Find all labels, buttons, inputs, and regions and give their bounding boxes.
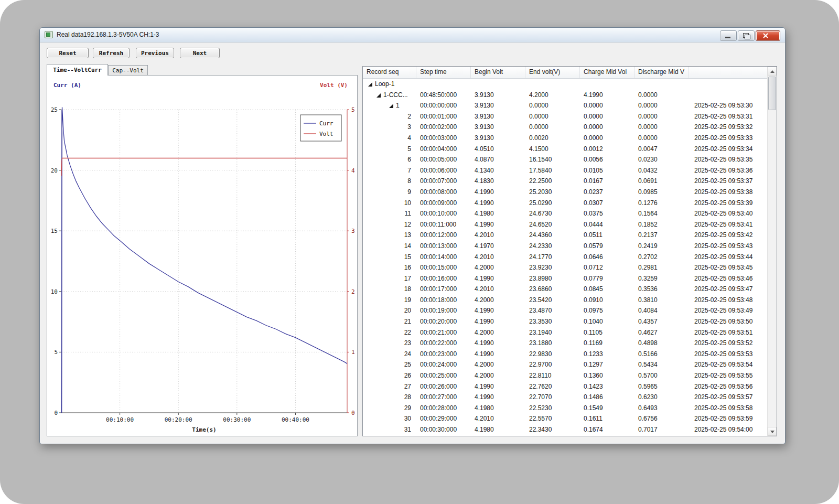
cell-end-volt: 23.1880 bbox=[525, 338, 580, 349]
table-row[interactable]: 2200:00:21:0004.200023.19400.11050.46272… bbox=[363, 327, 768, 338]
scroll-up-button[interactable] bbox=[768, 67, 777, 76]
tab-time-voltcurr[interactable]: Time--VoltCurr bbox=[47, 64, 108, 76]
cell-begin-volt: 4.2000 bbox=[471, 359, 525, 370]
cell-end-volt: 22.2500 bbox=[525, 176, 580, 187]
cell-record-seq: 26 bbox=[363, 370, 416, 381]
cell-record-seq: 27 bbox=[363, 381, 416, 392]
table-row[interactable]: 2400:00:23:0004.199022.98300.12330.51662… bbox=[363, 349, 768, 360]
column-header-record-seq[interactable]: Record seq bbox=[363, 67, 416, 78]
table-row[interactable]: 2300:00:22:0004.199023.18800.11690.48982… bbox=[363, 338, 768, 349]
close-button[interactable] bbox=[756, 30, 780, 41]
window-title: Real data192.168.1.3-5V50A CH:1-3 bbox=[57, 28, 159, 42]
table-row[interactable]: 600:00:05:0004.087016.15400.00560.023020… bbox=[363, 154, 768, 165]
table-row[interactable]: 1500:00:14:0004.201024.17700.06460.27022… bbox=[363, 252, 768, 263]
table-row[interactable]: 1700:00:16:0004.199023.89800.07790.32592… bbox=[363, 273, 768, 284]
column-header-begin-volt[interactable]: Begin Volt bbox=[471, 67, 525, 78]
cell-step-time: 00:00:12:000 bbox=[416, 230, 471, 241]
table-row[interactable]: 200:00:01:0003.91300.00000.00000.0000202… bbox=[363, 111, 768, 122]
table-row[interactable]: 300:00:02:0003.91300.00000.00000.0000202… bbox=[363, 122, 768, 133]
cell-record-seq: Loop-1 bbox=[363, 79, 416, 90]
cell-discharge-mid-vol: 0.0230 bbox=[634, 154, 689, 165]
table-row[interactable]: 2800:00:27:0004.199022.70700.14860.62302… bbox=[363, 392, 768, 403]
record-seq-label: 5 bbox=[407, 145, 411, 153]
cell-begin-volt: 4.2010 bbox=[471, 252, 525, 263]
previous-button[interactable]: Previous bbox=[136, 48, 174, 58]
cell-timestamp: 2025-02-25 09:53:49 bbox=[689, 305, 768, 316]
table-row[interactable]: 1600:00:15:0004.200023.92300.07120.29812… bbox=[363, 262, 768, 273]
table-row[interactable]: 1000:00:09:0004.199025.02900.03070.12762… bbox=[363, 198, 768, 209]
table-row[interactable]: 1900:00:18:0004.200023.54200.09100.38102… bbox=[363, 295, 768, 306]
table-row[interactable]: 2500:00:24:0004.200022.97000.12970.54342… bbox=[363, 359, 768, 370]
table-row[interactable]: 900:00:08:0004.199025.20300.02370.098520… bbox=[363, 187, 768, 198]
cell-record-seq: 15 bbox=[363, 252, 416, 263]
table-body: Loop-11-CCC...00:48:50:0003.91304.20004.… bbox=[363, 79, 768, 436]
restore-button[interactable] bbox=[738, 30, 755, 41]
cell-step-time: 00:00:26:000 bbox=[416, 381, 471, 392]
cell-discharge-mid-vol: 0.3810 bbox=[634, 295, 689, 306]
cell-end-volt: 25.0290 bbox=[525, 198, 580, 209]
cell-timestamp: 2025-02-25 09:53:43 bbox=[689, 241, 768, 252]
table-row[interactable]: 2900:00:28:0004.198022.52300.15490.64932… bbox=[363, 403, 768, 414]
table-row[interactable]: 800:00:07:0004.183022.25000.01670.069120… bbox=[363, 176, 768, 187]
table-row[interactable]: 2700:00:26:0004.199022.76200.14230.59652… bbox=[363, 381, 768, 392]
column-header-timestamp[interactable] bbox=[689, 67, 768, 78]
cell-discharge-mid-vol: 0.5166 bbox=[634, 349, 689, 360]
table-row[interactable]: 2100:00:20:0004.199023.35300.10400.43572… bbox=[363, 316, 768, 327]
cell-charge-mid-vol: 0.0646 bbox=[580, 252, 634, 263]
table-row[interactable]: 1100:00:10:0004.198024.67300.03750.15642… bbox=[363, 208, 768, 219]
table-row[interactable]: 2000:00:19:0004.199023.48700.09750.40842… bbox=[363, 305, 768, 316]
cell-charge-mid-vol: 0.1549 bbox=[580, 403, 634, 414]
left-axis-tick-label: 25 bbox=[51, 106, 58, 113]
column-header-discharge-mid-vol[interactable]: Discharge Mid V bbox=[634, 67, 689, 78]
cell-discharge-mid-vol: 0.7017 bbox=[634, 424, 689, 435]
next-button[interactable]: Next bbox=[180, 48, 220, 58]
minimize-button[interactable] bbox=[720, 30, 737, 41]
cell-end-volt: 4.2000 bbox=[525, 90, 580, 101]
table-row[interactable]: 1800:00:17:0004.201023.68600.08450.35362… bbox=[363, 284, 768, 295]
table-row[interactable]: 400:00:03:0003.91300.00200.00000.0000202… bbox=[363, 133, 768, 144]
table-row[interactable]: 1-CCC...00:48:50:0003.91304.20004.19900.… bbox=[363, 90, 768, 101]
record-seq-label: 19 bbox=[404, 296, 411, 304]
table-row[interactable]: 3100:00:30:0004.198022.34300.16740.70172… bbox=[363, 424, 768, 435]
column-header-charge-mid-vol[interactable]: Charge Mid Vol bbox=[580, 67, 634, 78]
series-line-curr bbox=[61, 107, 347, 413]
table-row[interactable]: 700:00:06:0004.134017.58400.01050.043220… bbox=[363, 165, 768, 176]
cell-step-time: 00:00:28:000 bbox=[416, 403, 471, 414]
refresh-button[interactable]: Refresh bbox=[93, 48, 130, 58]
table-row[interactable]: 1200:00:11:0004.199024.65200.04440.18522… bbox=[363, 219, 768, 230]
tree-expand-arrow-icon[interactable] bbox=[368, 82, 372, 87]
cell-record-seq: 22 bbox=[363, 327, 416, 338]
column-header-end-volt[interactable]: End volt(V) bbox=[525, 67, 580, 78]
cell-timestamp: 2025-02-25 09:53:37 bbox=[689, 176, 768, 187]
cell-timestamp: 2025-02-25 09:53:40 bbox=[689, 208, 768, 219]
cell-step-time: 00:00:11:000 bbox=[416, 219, 471, 230]
tree-expand-arrow-icon[interactable] bbox=[389, 104, 393, 108]
cell-step-time: 00:48:50:000 bbox=[416, 90, 471, 101]
table-row[interactable]: Loop-1 bbox=[363, 79, 768, 90]
tab-cap-volt[interactable]: Cap--Volt bbox=[108, 65, 148, 76]
cell-charge-mid-vol: 0.0375 bbox=[580, 208, 634, 219]
reset-button[interactable]: Reset bbox=[47, 48, 89, 58]
cell-record-seq: 16 bbox=[363, 262, 416, 273]
column-header-step-time[interactable]: Step time bbox=[416, 67, 471, 78]
table-row[interactable]: 100:00:00:0003.91300.00000.00000.0000202… bbox=[363, 100, 768, 111]
cell-begin-volt: 4.2000 bbox=[471, 370, 525, 381]
table-row[interactable]: 1400:00:13:0004.197024.23300.05790.24192… bbox=[363, 241, 768, 252]
cell-begin-volt: 4.2010 bbox=[471, 413, 525, 424]
cell-record-seq: 3 bbox=[363, 122, 416, 133]
scroll-down-button[interactable] bbox=[768, 427, 777, 436]
vertical-scrollbar[interactable] bbox=[767, 67, 777, 436]
cell-timestamp: 2025-02-25 09:53:30 bbox=[689, 100, 768, 111]
cell-charge-mid-vol: 0.0000 bbox=[580, 133, 634, 144]
tree-expand-arrow-icon[interactable] bbox=[377, 93, 381, 98]
scrollbar-thumb[interactable] bbox=[768, 77, 776, 110]
table-row[interactable]: 3000:00:29:0004.201022.55700.16110.67562… bbox=[363, 413, 768, 424]
table-row[interactable]: 1300:00:12:0004.201024.43600.05110.21372… bbox=[363, 230, 768, 241]
cell-record-seq: 17 bbox=[363, 273, 416, 284]
table-row[interactable]: 500:00:04:0004.05104.15000.00120.0047202… bbox=[363, 144, 768, 155]
record-seq-label: 21 bbox=[404, 318, 411, 325]
caption-buttons bbox=[720, 30, 780, 41]
cell-record-seq: 20 bbox=[363, 305, 416, 316]
table-row[interactable]: 2600:00:25:0004.200022.81100.13600.57002… bbox=[363, 370, 768, 381]
title-bar[interactable]: Real data192.168.1.3-5V50A CH:1-3 bbox=[40, 28, 785, 42]
